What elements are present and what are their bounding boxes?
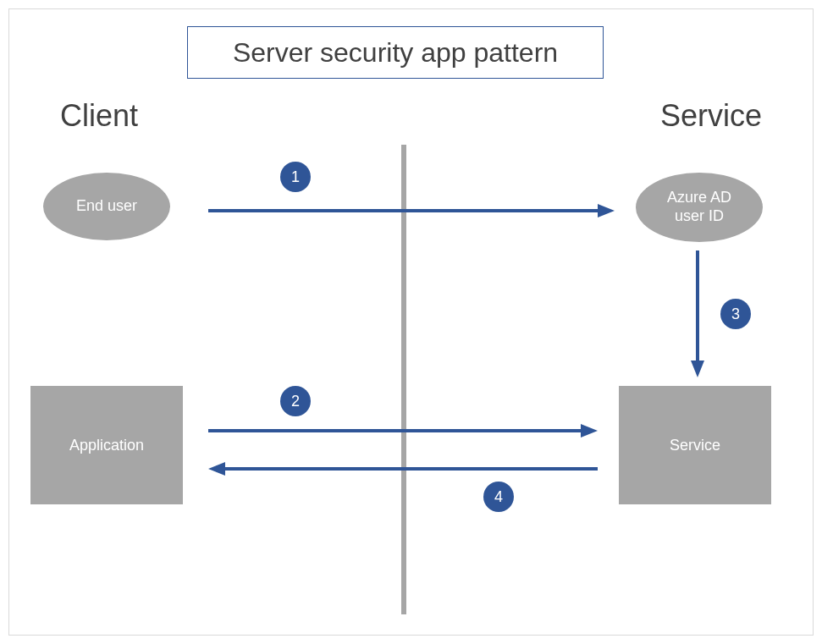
node-service-box: Service <box>619 386 771 504</box>
heading-service: Service <box>660 98 762 134</box>
svg-marker-1 <box>598 204 615 217</box>
node-application-label: Application <box>69 437 144 454</box>
step-badge-3-label: 3 <box>731 305 740 323</box>
arrow-2 <box>208 422 598 439</box>
svg-marker-3 <box>691 361 704 377</box>
svg-marker-7 <box>208 462 225 476</box>
node-application: Application <box>30 386 183 504</box>
node-service-box-label: Service <box>670 437 720 454</box>
svg-marker-5 <box>581 424 598 438</box>
heading-client: Client <box>60 98 138 134</box>
arrow-3 <box>689 250 706 377</box>
node-azure-ad: Azure AD user ID <box>636 173 763 242</box>
diagram-title: Server security app pattern <box>233 37 558 69</box>
diagram-canvas: Server security app pattern Client Servi… <box>8 8 814 636</box>
node-azure-ad-label: Azure AD user ID <box>667 189 731 225</box>
arrow-4 <box>208 460 598 477</box>
step-badge-2-label: 2 <box>291 393 300 410</box>
step-badge-1-label: 1 <box>291 168 300 186</box>
arrow-1 <box>208 202 615 219</box>
step-badge-1: 1 <box>280 162 311 192</box>
diagram-title-box: Server security app pattern <box>187 26 604 79</box>
step-badge-3: 3 <box>720 299 751 329</box>
node-end-user-label: End user <box>76 197 137 216</box>
step-badge-2: 2 <box>280 386 311 416</box>
step-badge-4: 4 <box>483 482 514 512</box>
step-badge-4-label: 4 <box>494 488 503 506</box>
node-end-user: End user <box>43 173 170 240</box>
